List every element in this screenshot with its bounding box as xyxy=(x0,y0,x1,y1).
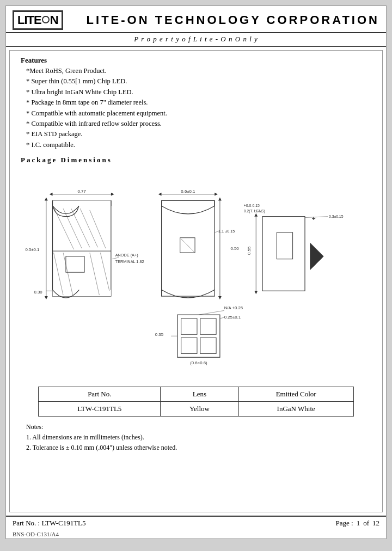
svg-line-14 xyxy=(90,253,100,295)
logo-text-n: N xyxy=(50,13,58,27)
svg-line-13 xyxy=(63,253,73,295)
footer-page-num: 1 xyxy=(357,519,360,528)
svg-text:ANODE (A+): ANODE (A+) xyxy=(115,253,138,258)
footer-page-label: Page : xyxy=(336,519,353,528)
col-header-lens: Lens xyxy=(161,387,238,402)
svg-rect-4 xyxy=(53,290,111,296)
svg-text:0.77: 0.77 xyxy=(78,189,86,194)
svg-text:0.55: 0.55 xyxy=(247,246,252,255)
svg-rect-57 xyxy=(177,315,220,357)
svg-line-52 xyxy=(305,217,328,218)
company-name: LITE-ON TECHNOLOGY CORPORATION xyxy=(87,13,379,27)
svg-marker-47 xyxy=(310,243,323,270)
notes-section: Notes: 1. All dimensions are in millimet… xyxy=(21,422,371,454)
svg-text:+0.0-0.15: +0.0-0.15 xyxy=(244,204,260,207)
table-header-row: Part No. Lens Emitted Color xyxy=(39,387,354,402)
svg-rect-29 xyxy=(162,200,215,296)
svg-line-9 xyxy=(71,209,90,247)
svg-rect-60 xyxy=(181,338,197,353)
svg-marker-36 xyxy=(215,193,218,196)
svg-text:0.5±0.1: 0.5±0.1 xyxy=(25,247,39,252)
svg-text:N/A +0.25: N/A +0.25 xyxy=(224,305,243,310)
svg-marker-55 xyxy=(254,291,258,294)
svg-rect-6 xyxy=(66,256,84,272)
logo-circle-icon xyxy=(42,16,50,23)
svg-rect-59 xyxy=(200,319,216,334)
svg-line-12 xyxy=(53,253,63,295)
feature-item: Meet RoHS, Green Product. xyxy=(26,66,371,76)
feature-item: Compatible with automatic placement equi… xyxy=(26,108,371,119)
footer-part-number: Part No. : LTW-C191TL5 xyxy=(13,519,86,528)
svg-text:0.30: 0.30 xyxy=(34,290,42,295)
note-item-2: 2. Tolerance is ± 0.10 mm (.004") unless… xyxy=(26,443,371,453)
cell-partno: LTW-C191TL5 xyxy=(39,402,161,417)
logo-text-lite: LITE xyxy=(17,13,41,27)
svg-text:(0.6×0.6): (0.6×0.6) xyxy=(190,360,207,365)
diagrams-area: 0.77 0.5±0.1 ANODE (A+) TERMINAL 1.82 0.… xyxy=(21,169,371,381)
feature-item: EIA STD package. xyxy=(26,129,371,139)
cell-color: InGaN White xyxy=(238,402,353,417)
feature-item: Package in 8mm tape on 7" diameter reels… xyxy=(26,97,371,108)
svg-marker-42 xyxy=(218,296,222,299)
svg-line-33 xyxy=(181,239,194,252)
note-item-1: 1. All dimensions are in millimeters (in… xyxy=(26,432,371,443)
header: LITE N LITE-ON TECHNOLOGY CORPORATION xyxy=(6,6,386,33)
svg-text:1.1 ±0.15: 1.1 ±0.15 xyxy=(218,229,235,234)
svg-text:0.35: 0.35 xyxy=(155,332,164,337)
main-content: Features Meet RoHS, Green Product. Super… xyxy=(9,50,383,512)
feature-item: Compatible with infrared reflow solder p… xyxy=(26,119,371,129)
svg-text:TERMINAL 1.82: TERMINAL 1.82 xyxy=(115,259,144,264)
svg-line-68 xyxy=(199,310,224,315)
svg-line-10 xyxy=(80,209,97,247)
subtitle: P r o p e r t y o f L i t e - O n O n l … xyxy=(6,33,386,47)
package-title: Package Dimensions xyxy=(21,156,371,164)
logo-area: LITE N xyxy=(13,10,63,30)
cell-lens: Yellow xyxy=(161,402,238,417)
svg-line-66 xyxy=(220,317,224,319)
footer-total-pages: 12 xyxy=(372,519,379,528)
features-title: Features xyxy=(21,56,371,65)
svg-marker-22 xyxy=(45,296,48,299)
svg-rect-44 xyxy=(262,217,305,291)
col-header-partno: Part No. xyxy=(39,387,161,402)
logo-box: LITE N xyxy=(13,10,63,30)
footer-of-label: of xyxy=(363,519,369,528)
footer-page-info: Page : 1 of 12 xyxy=(336,519,379,528)
svg-marker-18 xyxy=(111,193,114,196)
notes-title: Notes: xyxy=(26,422,371,432)
svg-rect-61 xyxy=(200,338,216,353)
part-table: Part No. Lens Emitted Color LTW-C191TL5 … xyxy=(38,387,354,417)
table-row: LTW-C191TL5 Yellow InGaN White xyxy=(39,402,354,417)
svg-text:0.2(T. LENS): 0.2(T. LENS) xyxy=(244,209,265,213)
svg-marker-21 xyxy=(45,198,48,201)
svg-marker-41 xyxy=(218,198,222,201)
svg-marker-35 xyxy=(158,193,162,196)
page: LITE N LITE-ON TECHNOLOGY CORPORATION P … xyxy=(5,5,387,539)
svg-line-15 xyxy=(100,253,109,291)
svg-text:0.25±0.1: 0.25±0.1 xyxy=(224,315,241,320)
svg-rect-1 xyxy=(53,200,111,206)
package-diagram-svg: 0.77 0.5±0.1 ANODE (A+) TERMINAL 1.82 0.… xyxy=(21,169,371,381)
feature-item: Super thin (0.55[1 mm) Chip LED. xyxy=(26,76,371,87)
svg-marker-54 xyxy=(254,213,258,217)
svg-rect-58 xyxy=(181,319,197,334)
features-list: Meet RoHS, Green Product. Super thin (0.… xyxy=(26,66,371,150)
svg-line-11 xyxy=(90,210,106,248)
svg-text:+: + xyxy=(312,215,316,222)
svg-marker-17 xyxy=(50,193,53,196)
svg-text:0.6±0.1: 0.6±0.1 xyxy=(181,189,195,194)
doc-reference: BNS-OD-C131/A4 xyxy=(6,530,386,538)
svg-text:0.50: 0.50 xyxy=(230,246,239,251)
feature-item: I.C. compatible. xyxy=(26,140,371,150)
svg-text:0.3±0.15: 0.3±0.15 xyxy=(329,215,344,218)
footer: Part No. : LTW-C191TL5 Page : 1 of 12 xyxy=(6,516,386,530)
svg-rect-45 xyxy=(277,232,292,259)
col-header-color: Emitted Color xyxy=(238,387,353,402)
feature-item: Ultra bright InGaN White Chip LED. xyxy=(26,87,371,97)
